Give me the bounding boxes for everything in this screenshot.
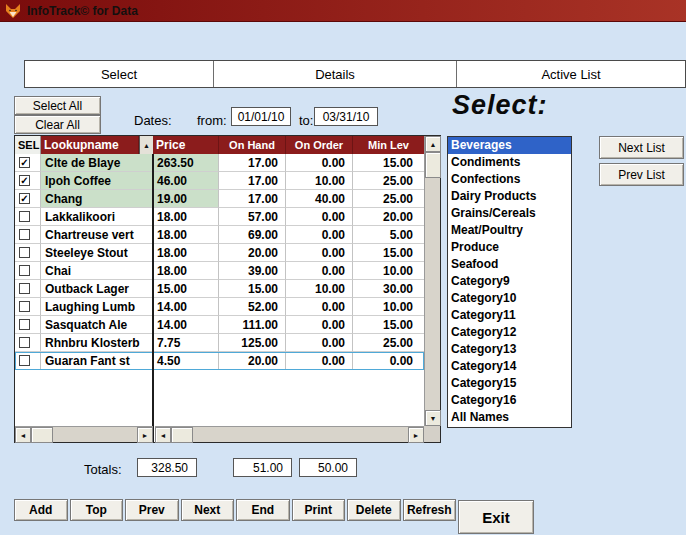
select-checkbox[interactable]	[19, 211, 30, 222]
scroll-right-icon[interactable]: ►	[137, 427, 153, 443]
list-item-seafood[interactable]: Seafood	[448, 256, 571, 273]
table-row[interactable]: Lakkalikoori 18.00 57.00 0.00 20.00	[15, 208, 424, 226]
scroll-down-icon[interactable]: ▼	[425, 410, 441, 426]
vertical-scrollbar[interactable]: ▲ ▼	[424, 136, 440, 426]
min-lev-cell: 5.00	[353, 226, 424, 244]
nav-button-end[interactable]: End	[236, 499, 290, 521]
scroll-right-icon[interactable]: ►	[408, 427, 424, 443]
table-row[interactable]: Sasquatch Ale 14.00 111.00 0.00 15.00	[15, 316, 424, 334]
grid-header-row: SEL Lookupname ▲ Price On Hand On Order …	[15, 136, 440, 154]
scroll-left-icon[interactable]: ◄	[15, 427, 31, 443]
list-item-category14[interactable]: Category14	[448, 358, 571, 375]
scroll-up-icon[interactable]: ▲	[425, 136, 441, 152]
header-min-lev: Min Lev	[353, 136, 424, 154]
list-item-grains-cereals[interactable]: Grains/Cereals	[448, 205, 571, 222]
h-scroll-thumb[interactable]	[171, 427, 193, 443]
header-sel: SEL	[15, 136, 41, 154]
tab-active-list[interactable]: Active List	[457, 61, 685, 87]
list-item-category13[interactable]: Category13	[448, 341, 571, 358]
products-grid: SEL Lookupname ▲ Price On Hand On Order …	[14, 135, 441, 443]
sel-cell: ✓	[15, 172, 41, 190]
price-cell: 18.00	[153, 244, 219, 262]
table-row[interactable]: Laughing Lumb 14.00 52.00 0.00 10.00	[15, 298, 424, 316]
list-item-category12[interactable]: Category12	[448, 324, 571, 341]
price-cell: 18.00	[153, 226, 219, 244]
nav-button-refresh[interactable]: Refresh	[403, 499, 457, 521]
h-scroll-thumb[interactable]	[31, 427, 53, 443]
tab-details[interactable]: Details	[214, 61, 457, 87]
product-name-cell: Sasquatch Ale	[41, 316, 153, 334]
select-checkbox[interactable]	[19, 337, 30, 348]
table-row[interactable]: ✓ Chang 19.00 17.00 40.00 25.00	[15, 190, 424, 208]
list-item-beverages[interactable]: Beverages	[448, 137, 571, 154]
select-checkbox[interactable]	[19, 355, 30, 366]
min-lev-cell: 30.00	[353, 280, 424, 298]
on-hand-cell: 111.00	[219, 316, 286, 334]
on-order-cell: 0.00	[286, 244, 353, 262]
scroll-left-icon[interactable]: ◄	[155, 427, 171, 443]
sel-cell	[15, 334, 41, 352]
vertical-scroll-thumb[interactable]	[425, 152, 441, 178]
list-item-meat-poultry[interactable]: Meat/Poultry	[448, 222, 571, 239]
on-hand-cell: 39.00	[219, 262, 286, 280]
table-row[interactable]: ✓ Clte de Blaye 263.50 17.00 0.00 15.00	[15, 154, 424, 172]
pane-splitter[interactable]	[152, 154, 154, 442]
nav-button-next[interactable]: Next	[181, 499, 235, 521]
table-row[interactable]: Steeleye Stout 18.00 20.00 0.00 15.00	[15, 244, 424, 262]
on-order-cell: 40.00	[286, 190, 353, 208]
select-checkbox[interactable]	[19, 283, 30, 294]
on-hand-cell: 20.00	[219, 352, 286, 370]
h-scrollbar-right-pane[interactable]: ◄ ►	[155, 426, 424, 442]
prev-list-button[interactable]: Prev List	[599, 163, 684, 186]
select-checkbox[interactable]	[19, 247, 30, 258]
nav-button-delete[interactable]: Delete	[347, 499, 401, 521]
select-checkbox[interactable]: ✓	[19, 157, 30, 168]
sel-cell	[15, 352, 41, 370]
select-checkbox[interactable]: ✓	[19, 193, 30, 204]
table-row[interactable]: Outback Lager 15.00 15.00 10.00 30.00	[15, 280, 424, 298]
select-checkbox[interactable]	[19, 319, 30, 330]
sel-cell	[15, 298, 41, 316]
list-item-produce[interactable]: Produce	[448, 239, 571, 256]
select-checkbox[interactable]	[19, 265, 30, 276]
product-name-cell: Chai	[41, 262, 153, 280]
on-order-cell: 10.00	[286, 172, 353, 190]
select-checkbox[interactable]	[19, 229, 30, 240]
table-row[interactable]: Chartreuse vert 18.00 69.00 0.00 5.00	[15, 226, 424, 244]
from-label: from:	[197, 113, 227, 128]
list-item-condiments[interactable]: Condiments	[448, 154, 571, 171]
exit-button[interactable]: Exit	[458, 500, 534, 534]
from-date-input[interactable]	[231, 107, 291, 126]
list-item-all-names[interactable]: All Names	[448, 409, 571, 426]
list-item-category16[interactable]: Category16	[448, 392, 571, 409]
app-window: InfoTrack© for Data SelectDetailsActive …	[0, 0, 686, 535]
total-price-box: 328.50	[137, 458, 197, 477]
table-row[interactable]: Rhnbru Klosterb 7.75 125.00 0.00 25.00	[15, 334, 424, 352]
nav-button-prev[interactable]: Prev	[125, 499, 179, 521]
list-item-category9[interactable]: Category9	[448, 273, 571, 290]
select-checkbox[interactable]	[19, 301, 30, 312]
tab-select[interactable]: Select	[25, 61, 214, 87]
sort-ascending-icon[interactable]: ▲	[139, 136, 153, 154]
list-item-category15[interactable]: Category15	[448, 375, 571, 392]
to-date-input[interactable]	[314, 107, 378, 126]
min-lev-cell: 15.00	[353, 244, 424, 262]
select-checkbox[interactable]: ✓	[19, 175, 30, 186]
table-row[interactable]: Chai 18.00 39.00 0.00 10.00	[15, 262, 424, 280]
sel-cell	[15, 226, 41, 244]
list-item-category11[interactable]: Category11	[448, 307, 571, 324]
list-item-dairy-products[interactable]: Dairy Products	[448, 188, 571, 205]
window-title: InfoTrack© for Data	[27, 4, 138, 18]
table-row[interactable]: Guaran Fant st 4.50 20.00 0.00 0.00	[15, 352, 424, 370]
next-list-button[interactable]: Next List	[599, 136, 684, 159]
table-row[interactable]: ✓ Ipoh Coffee 46.00 17.00 10.00 25.00	[15, 172, 424, 190]
clear-all-button[interactable]: Clear All	[14, 115, 101, 134]
totals-label: Totals:	[84, 462, 122, 477]
nav-button-top[interactable]: Top	[70, 499, 124, 521]
nav-button-add[interactable]: Add	[14, 499, 68, 521]
list-item-confections[interactable]: Confections	[448, 171, 571, 188]
h-scrollbar-left-pane[interactable]: ◄ ►	[15, 426, 153, 442]
list-item-category10[interactable]: Category10	[448, 290, 571, 307]
select-all-button[interactable]: Select All	[14, 96, 101, 115]
nav-button-print[interactable]: Print	[292, 499, 346, 521]
